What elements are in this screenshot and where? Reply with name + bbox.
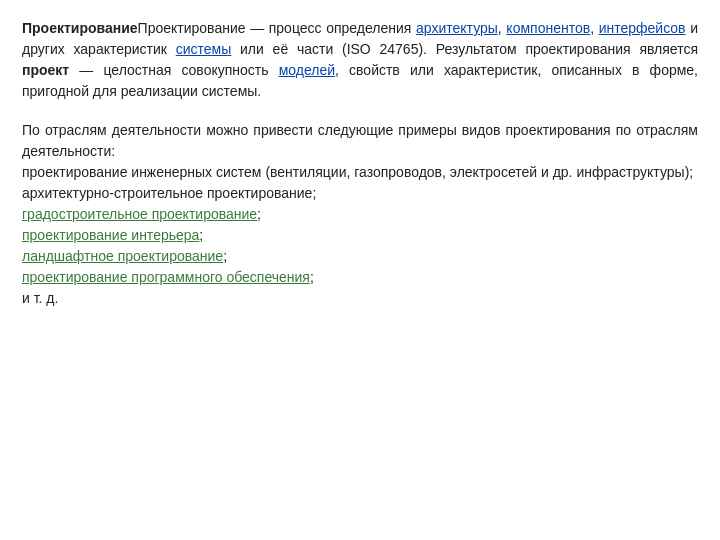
line3-end: ;: [257, 206, 261, 222]
urban-planning-link[interactable]: градостроительное проектирование: [22, 206, 257, 222]
para2-line2: архитектурно-строительное проектирование…: [22, 183, 698, 204]
software-design-link[interactable]: проектирование программного обеспечения: [22, 269, 310, 285]
para2-line1: проектирование инженерных систем (вентил…: [22, 162, 698, 183]
paragraph-2-intro: По отраслям деятельности можно привести …: [22, 120, 698, 162]
arch-link[interactable]: архитектуры: [416, 20, 498, 36]
line2-text: архитектурно-строительное проектирование…: [22, 185, 316, 201]
landscape-design-link[interactable]: ландшафтное проектирование: [22, 248, 223, 264]
line4-end: ;: [199, 227, 203, 243]
para2-intro-text: По отраслям деятельности можно привести …: [22, 122, 698, 159]
comp-link[interactable]: компонентов: [506, 20, 590, 36]
line1-text: проектирование инженерных систем (вентил…: [22, 164, 693, 180]
line7-text: и т. д.: [22, 290, 58, 306]
para2-line5: ландшафтное проектирование;: [22, 246, 698, 267]
para2-line4: проектирование интерьера;: [22, 225, 698, 246]
text-before-arch: Проектирование — процесс определения: [138, 20, 416, 36]
bold-proektirovanie: Проектирование: [22, 20, 138, 36]
interf-link[interactable]: интерфейсов: [599, 20, 686, 36]
page-container: ПроектированиеПроектирование — процесс о…: [0, 0, 720, 540]
paragraph-1: ПроектированиеПроектирование — процесс о…: [22, 18, 698, 102]
interior-design-link[interactable]: проектирование интерьера: [22, 227, 199, 243]
system-link[interactable]: системы: [176, 41, 232, 57]
line6-end: ;: [310, 269, 314, 285]
line5-end: ;: [223, 248, 227, 264]
text-after-comp: ,: [590, 20, 599, 36]
bold-proekt: проект: [22, 62, 69, 78]
text-after-system: или её части (ISO 24765). Результатом пр…: [231, 41, 698, 57]
paragraph-1-text: ПроектированиеПроектирование — процесс о…: [22, 18, 698, 102]
text-after-bold: — целостная совокупность: [69, 62, 278, 78]
para2-line3: градостроительное проектирование;: [22, 204, 698, 225]
paragraph-2: По отраслям деятельности можно привести …: [22, 120, 698, 309]
models-link[interactable]: моделей: [279, 62, 335, 78]
para2-line7: и т. д.: [22, 288, 698, 309]
para2-line6: проектирование программного обеспечения;: [22, 267, 698, 288]
